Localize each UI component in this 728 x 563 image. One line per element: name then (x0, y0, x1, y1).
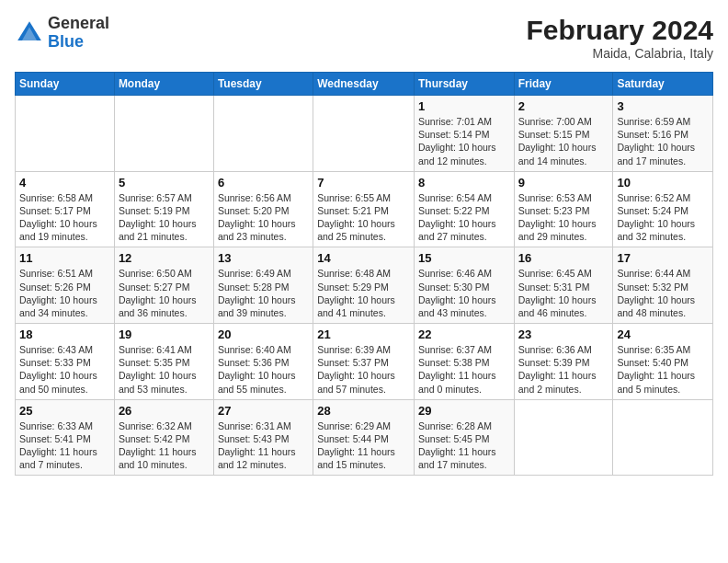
calendar-cell (16, 96, 115, 172)
day-number: 6 (218, 176, 309, 190)
day-info: Sunrise: 6:32 AMSunset: 5:42 PMDaylight:… (119, 419, 210, 472)
day-info: Sunrise: 6:43 AMSunset: 5:33 PMDaylight:… (19, 343, 110, 396)
day-info: Sunrise: 6:33 AMSunset: 5:41 PMDaylight:… (19, 419, 110, 472)
calendar-cell: 29Sunrise: 6:28 AMSunset: 5:45 PMDayligh… (414, 399, 514, 476)
day-info: Sunrise: 6:54 AMSunset: 5:22 PMDaylight:… (418, 191, 510, 244)
page-title: February 2024 (527, 15, 713, 46)
calendar-cell (514, 399, 613, 476)
day-number: 10 (617, 176, 709, 190)
day-number: 3 (617, 99, 709, 113)
day-info: Sunrise: 6:56 AMSunset: 5:20 PMDaylight:… (218, 191, 309, 244)
col-header-saturday: Saturday (613, 73, 713, 96)
calendar-cell: 17Sunrise: 6:44 AMSunset: 5:32 PMDayligh… (613, 247, 713, 324)
calendar-cell: 4Sunrise: 6:58 AMSunset: 5:17 PMDaylight… (16, 171, 115, 247)
day-number: 27 (218, 404, 309, 418)
day-info: Sunrise: 6:49 AMSunset: 5:28 PMDaylight:… (218, 267, 309, 319)
day-info: Sunrise: 6:41 AMSunset: 5:35 PMDaylight:… (119, 343, 210, 396)
day-info: Sunrise: 6:45 AMSunset: 5:31 PMDaylight:… (518, 267, 609, 319)
calendar-cell: 16Sunrise: 6:45 AMSunset: 5:31 PMDayligh… (514, 247, 613, 324)
calendar-cell: 12Sunrise: 6:50 AMSunset: 5:27 PMDayligh… (114, 247, 213, 324)
col-header-sunday: Sunday (16, 73, 115, 96)
day-info: Sunrise: 6:35 AMSunset: 5:40 PMDaylight:… (617, 343, 709, 396)
logo-general: General (48, 15, 109, 33)
day-number: 26 (119, 404, 210, 418)
logo-icon (15, 18, 44, 48)
day-number: 9 (518, 176, 609, 190)
day-info: Sunrise: 6:46 AMSunset: 5:30 PMDaylight:… (418, 267, 510, 319)
calendar-cell: 2Sunrise: 7:00 AMSunset: 5:15 PMDaylight… (514, 96, 613, 172)
calendar-week-1: 1Sunrise: 7:01 AMSunset: 5:14 PMDaylight… (16, 96, 713, 172)
day-info: Sunrise: 6:37 AMSunset: 5:38 PMDaylight:… (418, 343, 510, 396)
page-header: General Blue February 2024 Maida, Calabr… (15, 15, 713, 61)
col-header-tuesday: Tuesday (213, 73, 313, 96)
calendar-cell: 11Sunrise: 6:51 AMSunset: 5:26 PMDayligh… (16, 247, 115, 324)
calendar-cell (114, 96, 213, 172)
page-subtitle: Maida, Calabria, Italy (527, 46, 713, 61)
day-info: Sunrise: 6:52 AMSunset: 5:24 PMDaylight:… (617, 191, 709, 244)
day-number: 11 (19, 251, 110, 265)
day-info: Sunrise: 6:50 AMSunset: 5:27 PMDaylight:… (119, 267, 210, 319)
day-info: Sunrise: 6:44 AMSunset: 5:32 PMDaylight:… (617, 267, 709, 319)
calendar-cell: 18Sunrise: 6:43 AMSunset: 5:33 PMDayligh… (16, 324, 115, 400)
day-info: Sunrise: 6:39 AMSunset: 5:37 PMDaylight:… (317, 343, 410, 396)
day-info: Sunrise: 6:53 AMSunset: 5:23 PMDaylight:… (518, 191, 609, 244)
calendar-cell: 10Sunrise: 6:52 AMSunset: 5:24 PMDayligh… (613, 171, 713, 247)
calendar-cell: 19Sunrise: 6:41 AMSunset: 5:35 PMDayligh… (114, 324, 213, 400)
day-info: Sunrise: 6:59 AMSunset: 5:16 PMDaylight:… (617, 115, 709, 167)
day-number: 15 (418, 251, 510, 265)
calendar-cell: 8Sunrise: 6:54 AMSunset: 5:22 PMDaylight… (414, 171, 514, 247)
col-header-wednesday: Wednesday (313, 73, 415, 96)
calendar-cell: 1Sunrise: 7:01 AMSunset: 5:14 PMDaylight… (414, 96, 514, 172)
calendar-cell: 25Sunrise: 6:33 AMSunset: 5:41 PMDayligh… (16, 399, 115, 476)
col-header-friday: Friday (514, 73, 613, 96)
day-info: Sunrise: 6:31 AMSunset: 5:43 PMDaylight:… (218, 419, 309, 472)
day-number: 19 (119, 327, 210, 341)
calendar-week-2: 4Sunrise: 6:58 AMSunset: 5:17 PMDaylight… (16, 171, 713, 247)
day-number: 8 (418, 176, 510, 190)
calendar-cell: 14Sunrise: 6:48 AMSunset: 5:29 PMDayligh… (313, 247, 415, 324)
day-info: Sunrise: 6:29 AMSunset: 5:44 PMDaylight:… (317, 419, 410, 472)
day-number: 14 (317, 251, 410, 265)
day-number: 28 (317, 404, 410, 418)
calendar-header-row: SundayMondayTuesdayWednesdayThursdayFrid… (16, 73, 713, 96)
day-number: 18 (19, 327, 110, 341)
day-info: Sunrise: 6:58 AMSunset: 5:17 PMDaylight:… (19, 191, 110, 244)
title-block: February 2024 Maida, Calabria, Italy (527, 15, 713, 61)
day-number: 16 (518, 251, 609, 265)
calendar-table: SundayMondayTuesdayWednesdayThursdayFrid… (15, 72, 713, 476)
day-number: 25 (19, 404, 110, 418)
calendar-cell (313, 96, 415, 172)
day-info: Sunrise: 6:51 AMSunset: 5:26 PMDaylight:… (19, 267, 110, 319)
day-number: 13 (218, 251, 309, 265)
col-header-monday: Monday (114, 73, 213, 96)
calendar-cell: 6Sunrise: 6:56 AMSunset: 5:20 PMDaylight… (213, 171, 313, 247)
day-number: 1 (418, 99, 510, 113)
day-number: 21 (317, 327, 410, 341)
calendar-cell: 24Sunrise: 6:35 AMSunset: 5:40 PMDayligh… (613, 324, 713, 400)
calendar-cell (213, 96, 313, 172)
day-info: Sunrise: 6:36 AMSunset: 5:39 PMDaylight:… (518, 343, 609, 396)
day-number: 7 (317, 176, 410, 190)
day-info: Sunrise: 6:28 AMSunset: 5:45 PMDaylight:… (418, 419, 510, 472)
calendar-cell: 21Sunrise: 6:39 AMSunset: 5:37 PMDayligh… (313, 324, 415, 400)
day-number: 20 (218, 327, 309, 341)
logo-blue: Blue (48, 33, 109, 52)
calendar-cell: 22Sunrise: 6:37 AMSunset: 5:38 PMDayligh… (414, 324, 514, 400)
day-number: 12 (119, 251, 210, 265)
day-info: Sunrise: 7:00 AMSunset: 5:15 PMDaylight:… (518, 115, 609, 167)
day-number: 2 (518, 99, 609, 113)
day-info: Sunrise: 6:55 AMSunset: 5:21 PMDaylight:… (317, 191, 410, 244)
logo-text: General Blue (48, 15, 109, 52)
day-number: 23 (518, 327, 609, 341)
calendar-cell: 26Sunrise: 6:32 AMSunset: 5:42 PMDayligh… (114, 399, 213, 476)
calendar-cell: 15Sunrise: 6:46 AMSunset: 5:30 PMDayligh… (414, 247, 514, 324)
logo: General Blue (15, 15, 109, 52)
day-info: Sunrise: 6:57 AMSunset: 5:19 PMDaylight:… (119, 191, 210, 244)
day-number: 22 (418, 327, 510, 341)
calendar-cell: 3Sunrise: 6:59 AMSunset: 5:16 PMDaylight… (613, 96, 713, 172)
calendar-week-5: 25Sunrise: 6:33 AMSunset: 5:41 PMDayligh… (16, 399, 713, 476)
calendar-cell (613, 399, 713, 476)
calendar-cell: 23Sunrise: 6:36 AMSunset: 5:39 PMDayligh… (514, 324, 613, 400)
calendar-cell: 13Sunrise: 6:49 AMSunset: 5:28 PMDayligh… (213, 247, 313, 324)
day-info: Sunrise: 7:01 AMSunset: 5:14 PMDaylight:… (418, 115, 510, 167)
